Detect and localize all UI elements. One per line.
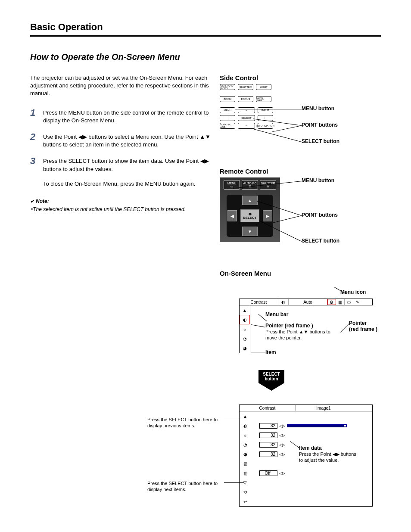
osm-vicon-contrast: ◐: [240, 315, 250, 324]
step-text: Press the MENU button on the side contro…: [43, 107, 211, 124]
left-note-next: Press the SELECT button here to display …: [147, 480, 225, 493]
remote-control-heading: Remote Control: [220, 168, 381, 175]
select-button-tag: SELECTbutton: [258, 370, 284, 383]
osm-heading: On-Screen Menu: [220, 270, 381, 277]
onstandby-button: ON/STAND-BY I/O: [220, 84, 235, 90]
select-arrow-icon: [258, 383, 284, 391]
callout-rc-menu: MENU button: [302, 177, 334, 184]
callout-point: POINT buttons: [302, 122, 338, 128]
item-data-label: Item data: [299, 445, 359, 451]
osm-vicon-tint: ◕: [240, 343, 250, 353]
step-3: 3 Press the SELECT button to show the it…: [30, 156, 211, 173]
menu-icon-label: Menu icon: [340, 289, 366, 295]
osm-menu-icon-cell: ◐: [278, 299, 289, 305]
pointer-desc: Press the Point ▲▼ buttons to move the p…: [265, 329, 339, 341]
osm-top-icon-1: ⚙: [327, 299, 336, 305]
autopc-button: AUTO PC ADJ.: [220, 123, 235, 129]
intro-paragraph: The projector can be adjusted or set via…: [30, 74, 211, 98]
rc-menu-button: MENU▭: [224, 180, 240, 190]
osm-vicon-up: ▲: [240, 305, 250, 315]
note-body: •The selected item is not active until t…: [30, 206, 211, 213]
light-button: LIGHT: [256, 84, 271, 90]
osm-menu-left: Contrast: [240, 299, 278, 305]
closing-paragraph: To close the On-Screen Menu, press the M…: [43, 180, 211, 188]
pointer-label: Pointer (red frame ): [265, 323, 339, 329]
left-note-prev: Press the SELECT button here to display …: [147, 417, 225, 429]
rc-left-button: ◀: [227, 210, 237, 221]
osm-top-icon-2: ▦: [336, 299, 345, 305]
down-button: ﹀: [238, 123, 255, 129]
step-number: 3: [30, 156, 38, 173]
item-row-8: ⟲: [240, 487, 372, 497]
shutter-button: SHUTTER: [238, 84, 253, 90]
item-row-down: ▽: [240, 478, 372, 487]
focus-button: FOCUS: [238, 96, 253, 102]
item-row-2: ☼32◁▷: [240, 430, 372, 440]
input-button: INPUT: [258, 107, 273, 113]
rc-right-button: ▶: [263, 210, 272, 221]
step-text: Use the Point ◀▶ buttons to select a Men…: [43, 131, 211, 149]
remote-control-diagram: MENU▭ AUTO PC⊞ SHUTTER⊗ ▲ ▼ ◀ ▶ ◉SELECT …: [220, 177, 381, 259]
osm-top-icon-4: ✎: [353, 299, 362, 305]
item-label: Item: [265, 349, 276, 355]
lensshift-button: LENS SHIFT: [256, 96, 271, 102]
osm-vicon-color: ◔: [240, 334, 250, 343]
menu-bar-label: Menu bar: [265, 311, 288, 317]
page-header: Basic Operation: [30, 22, 381, 33]
osm-vert-icons: ▲ ◐ ☼ ◔ ◕: [239, 305, 250, 353]
info-button: INFORMATION: [258, 123, 273, 129]
note-heading: Note:: [30, 198, 211, 204]
osm-menu-right: Auto: [289, 299, 327, 305]
left-button: 〈: [220, 115, 235, 121]
osm-top-icon-3: ▭: [345, 299, 353, 305]
osm-vicon-bright: ☼: [240, 324, 250, 334]
step-number: 2: [30, 131, 38, 149]
side-control-diagram: ON/STAND-BY I/O SHUTTER LIGHT ZOOM FOCUS…: [220, 84, 381, 157]
callout-select: SELECT button: [302, 138, 339, 144]
osm-bottom-right: Image1: [296, 405, 352, 411]
pointer-right-label: Pointer: [349, 320, 377, 326]
step-2: 2 Use the Point ◀▶ buttons to select a M…: [30, 131, 211, 149]
callout-rc-select: SELECT button: [302, 238, 339, 244]
menu-button: MENU: [220, 107, 235, 113]
zoom-button: ZOOM: [220, 96, 235, 102]
item-row-9: ↩: [240, 497, 372, 506]
item-row-1: ◐32◁▷: [240, 421, 372, 430]
rc-autopc-button: AUTO PC⊞: [242, 180, 258, 190]
item-data-desc: Press the Point ◀▶ buttons to adjust the…: [299, 451, 359, 464]
select-button: SELECT: [238, 115, 255, 121]
step-text: Press the SELECT button to show the item…: [43, 156, 211, 173]
item-row-6: ▥Off◁▷: [240, 468, 372, 478]
rc-down-button: ▼: [242, 227, 258, 236]
callout-menu: MENU button: [302, 106, 334, 112]
rc-up-button: ▲: [242, 196, 258, 205]
osm-menu-bar: Contrast ◐ Auto ⚙ ▦ ▭ ✎: [239, 299, 373, 305]
callout-rc-point: POINT buttons: [302, 212, 338, 218]
step-number: 1: [30, 107, 38, 124]
side-control-heading: Side Control: [220, 74, 381, 81]
up-button: ︿: [238, 107, 255, 113]
header-rule: [30, 35, 381, 37]
rc-select-button: ◉SELECT: [240, 209, 259, 222]
step-1: 1 Press the MENU button on the side cont…: [30, 107, 211, 124]
osm-bottom-menu-bar: Contrast Image1: [239, 404, 373, 411]
pointer-right-sub: (red frame ): [349, 326, 377, 332]
item-row-up: ▲: [240, 411, 372, 421]
section-title: How to Operate the On-Screen Menu: [30, 52, 381, 62]
osm-bottom-left: Contrast: [240, 405, 296, 411]
